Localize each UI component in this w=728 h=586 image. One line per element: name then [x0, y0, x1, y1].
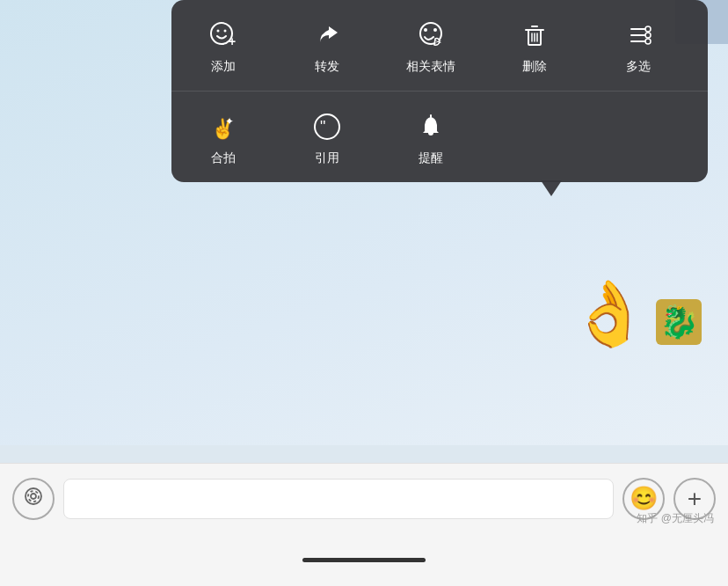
menu-quote-label: 引用 — [315, 150, 339, 166]
home-bar-area — [0, 533, 728, 586]
menu-collab-label: 合拍 — [211, 150, 236, 166]
watermark: 知乎 @无厘头冯 — [637, 511, 714, 526]
menu-delete-label: 删除 — [522, 59, 547, 75]
svg-point-1 — [217, 30, 220, 33]
plus-icon: + — [688, 485, 702, 513]
sticker-icon: ✂ — [417, 21, 445, 54]
menu-item-forward[interactable]: 转发 — [275, 9, 379, 82]
message-area: 👌 🐉 — [570, 282, 702, 345]
menu-item-quote[interactable]: " 引用 — [275, 100, 379, 173]
message-emoji: 👌 — [570, 282, 649, 345]
svg-point-6 — [433, 28, 437, 32]
svg-point-23 — [315, 114, 339, 139]
menu-item-add[interactable]: + 添加 — [171, 9, 275, 82]
voice-icon — [24, 487, 43, 510]
svg-text:": " — [320, 118, 325, 136]
svg-point-5 — [424, 28, 427, 32]
bell-icon — [417, 113, 445, 145]
menu-add-label: 添加 — [211, 59, 236, 75]
multiselect-icon — [624, 21, 652, 54]
voice-button[interactable] — [12, 478, 55, 520]
user-avatar: 🐉 — [656, 299, 702, 345]
menu-caret — [541, 180, 562, 196]
menu-forward-label: 转发 — [315, 59, 339, 75]
svg-text:✂: ✂ — [434, 37, 441, 47]
svg-point-2 — [224, 30, 227, 33]
svg-point-28 — [28, 491, 39, 502]
collab-icon: ✌ ✦ · — [209, 113, 237, 145]
svg-text:·: · — [229, 115, 230, 123]
menu-item-delete[interactable]: 删除 — [483, 9, 586, 82]
context-menu-row-1: + 添加 转发 ✂ — [171, 9, 708, 92]
svg-text:+: + — [229, 34, 236, 48]
emoji-button-icon: 😊 — [630, 485, 658, 512]
forward-icon — [313, 21, 341, 54]
quote-icon: " — [313, 113, 341, 145]
menu-item-collab[interactable]: ✌ ✦ · 合拍 — [171, 100, 275, 173]
menu-item-sticker[interactable]: ✂ 相关表情 — [379, 9, 483, 82]
context-menu-row-2: ✌ ✦ · 合拍 " 引用 — [171, 100, 708, 173]
home-indicator — [302, 558, 426, 562]
context-menu: + 添加 转发 ✂ — [171, 0, 708, 182]
delete-icon — [521, 21, 549, 54]
menu-item-remind[interactable]: 提醒 — [379, 100, 483, 173]
menu-remind-label: 提醒 — [419, 150, 443, 166]
text-input-area[interactable] — [63, 479, 614, 519]
menu-item-multiselect[interactable]: 多选 — [586, 9, 690, 82]
menu-multiselect-label: 多选 — [626, 59, 651, 75]
add-emoji-icon: + — [209, 21, 237, 54]
input-bar: 😊 + — [0, 463, 728, 533]
svg-point-27 — [31, 494, 36, 499]
menu-sticker-label: 相关表情 — [406, 59, 455, 75]
